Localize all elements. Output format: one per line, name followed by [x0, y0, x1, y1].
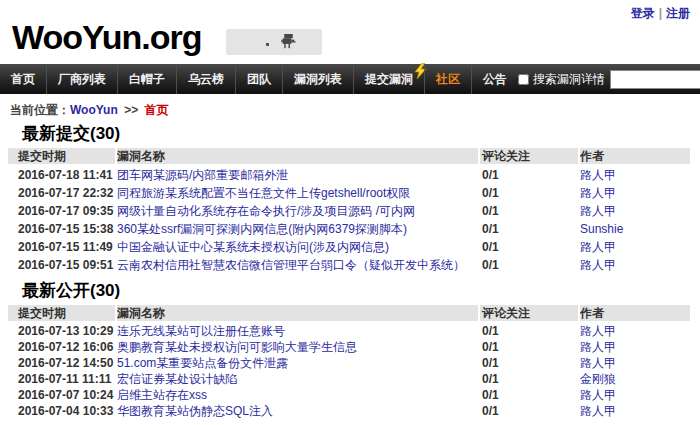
nav-item-label: 提交漏洞: [365, 71, 413, 88]
submit-date: 2016-07-17 09:35: [8, 204, 115, 218]
latest-public-table: 提交时期漏洞名称评论关注作者 2016-07-13 10:29连乐无线某站可以注…: [8, 305, 692, 422]
author-link[interactable]: 路人甲: [580, 355, 690, 372]
comment-follow-count: 0/1: [480, 204, 578, 218]
auth-links: 登录|注册: [631, 5, 690, 22]
submit-date: 2016-07-12 14:50: [8, 356, 115, 370]
table-row: 2016-07-12 14:5051.com某重要站点备份文件泄露0/1路人甲: [8, 355, 692, 371]
site-logo[interactable]: WooYun.org: [12, 18, 202, 57]
nav-item-vendor-list[interactable]: 厂商列表: [46, 64, 117, 94]
nav-item-vuln-list[interactable]: 漏洞列表: [282, 64, 353, 94]
vuln-title-link[interactable]: 华图教育某站伪静态SQL注入: [117, 403, 478, 420]
latest-public-section: 最新公开(30) 提交时期漏洞名称评论关注作者 2016-07-13 10:29…: [8, 277, 692, 422]
search-input[interactable]: [610, 70, 700, 89]
nav-item-announcements[interactable]: 公告: [471, 64, 518, 94]
submit-date: 2016-07-15 09:51: [8, 258, 115, 272]
nav-item-wooyun-rank[interactable]: 乌云榜: [176, 64, 235, 94]
login-link[interactable]: 登录: [631, 6, 655, 20]
author-link[interactable]: 路人甲: [580, 387, 690, 404]
submit-date: 2016-07-15 11:49: [8, 240, 115, 254]
breadcrumb-home-link[interactable]: 首页: [144, 103, 168, 117]
comment-follow-count: 0/1: [480, 186, 578, 200]
table-row: 2016-07-18 11:41团车网某源码/内部重要邮箱外泄0/1路人甲: [8, 166, 692, 184]
submit-date: 2016-07-15 15:38: [8, 222, 115, 236]
author-link[interactable]: 路人甲: [580, 403, 690, 420]
nav-item-teams[interactable]: 团队: [235, 64, 282, 94]
table-row: 2016-07-15 11:49中国金融认证中心某系统未授权访问(涉及内网信息)…: [8, 238, 692, 256]
vuln-title-link[interactable]: 连乐无线某站可以注册任意账号: [117, 323, 478, 340]
search-checkbox-label: 搜索漏洞详情: [533, 71, 605, 88]
dino-icon: [280, 34, 297, 51]
author-link[interactable]: 路人甲: [580, 257, 690, 274]
site-header: 登录|注册 WooYun.org: [0, 0, 700, 64]
submit-date: 2016-07-12 16:06: [8, 340, 115, 354]
submit-date: 2016-07-18 11:41: [8, 168, 115, 182]
nav-item-community[interactable]: 社区: [424, 64, 471, 94]
table-row: 2016-07-13 10:29连乐无线某站可以注册任意账号0/1路人甲: [8, 323, 692, 339]
author-link[interactable]: Sunshie: [580, 222, 690, 236]
comment-follow-count: 0/1: [480, 258, 578, 272]
wooyun-homepage: 登录|注册 WooYun.org 首页 厂商列表 白帽子 乌云榜 团队: [0, 0, 700, 425]
submit-date: 2016-07-13 10:29: [8, 324, 115, 338]
submit-date: 2016-07-17 22:32: [8, 186, 115, 200]
auth-divider: |: [659, 6, 662, 20]
vuln-title-link[interactable]: 同程旅游某系统配置不当任意文件上传getshell/root权限: [117, 185, 478, 202]
vuln-title-link[interactable]: 启维主站存在xss: [117, 387, 478, 404]
broken-image-placeholder: [226, 29, 322, 55]
breadcrumb: 当前位置：WooYun >> 首页: [0, 94, 700, 120]
section-title: 最新公开(30): [8, 277, 692, 305]
table-row: 2016-07-17 22:32同程旅游某系统配置不当任意文件上传getshel…: [8, 184, 692, 202]
table-row: 2016-07-15 09:51云南农村信用社智慧农信微信管理平台弱口令（疑似开…: [8, 256, 692, 274]
author-link[interactable]: 路人甲: [580, 185, 690, 202]
latest-submissions-section: 最新提交(30) 提交时期漏洞名称评论关注作者 2016-07-18 11:41…: [8, 120, 692, 277]
latest-submissions-table: 提交时期漏洞名称评论关注作者 2016-07-18 11:41团车网某源码/内部…: [8, 148, 692, 277]
submit-date: 2016-07-11 11:11: [8, 372, 115, 386]
comment-follow-count: 0/1: [480, 240, 578, 254]
search-scope-checkbox[interactable]: [518, 74, 529, 85]
breadcrumb-wooyun-link[interactable]: WooYun: [70, 103, 118, 117]
vuln-title-link[interactable]: 团车网某源码/内部重要邮箱外泄: [117, 167, 478, 184]
table-row: 2016-07-04 10:33华图教育某站伪静态SQL注入0/1路人甲: [8, 403, 692, 419]
comment-follow-count: 0/1: [480, 404, 578, 418]
column-header: 漏洞名称: [117, 148, 478, 164]
vuln-title-link[interactable]: 51.com某重要站点备份文件泄露: [117, 355, 478, 372]
vuln-title-link[interactable]: 网级计量自动化系统存在命令执行/涉及项目源码 /可内网: [117, 203, 478, 220]
comment-follow-count: 0/1: [480, 222, 578, 236]
vuln-title-link[interactable]: 360某处ssrf漏洞可探测内网信息(附内网6379探测脚本): [117, 221, 478, 238]
author-link[interactable]: 路人甲: [580, 323, 690, 340]
column-header: 漏洞名称: [117, 305, 478, 321]
author-link[interactable]: 金刚狼: [580, 371, 690, 388]
submit-date: 2016-07-04 10:33: [8, 404, 115, 418]
comment-follow-count: 0/1: [480, 168, 578, 182]
author-link[interactable]: 路人甲: [580, 167, 690, 184]
comment-follow-count: 0/1: [480, 356, 578, 370]
table-row: 2016-07-07 10:24启维主站存在xss0/1路人甲: [8, 387, 692, 403]
vuln-title-link[interactable]: 云南农村信用社智慧农信微信管理平台弱口令（疑似开发中系统）: [117, 257, 478, 274]
main-content: 最新提交(30) 提交时期漏洞名称评论关注作者 2016-07-18 11:41…: [0, 120, 700, 425]
nav-item-white-hats[interactable]: 白帽子: [117, 64, 176, 94]
column-header: 评论关注: [480, 148, 578, 164]
column-header: 提交时期: [8, 305, 115, 321]
table-body: 2016-07-18 11:41团车网某源码/内部重要邮箱外泄0/1路人甲201…: [8, 164, 692, 277]
comment-follow-count: 0/1: [480, 372, 578, 386]
table-row: 2016-07-17 09:35网级计量自动化系统存在命令执行/涉及项目源码 /…: [8, 202, 692, 220]
comment-follow-count: 0/1: [480, 388, 578, 402]
comment-follow-count: 0/1: [480, 340, 578, 354]
submit-date: 2016-07-07 10:24: [8, 388, 115, 402]
table-header-row: 提交时期漏洞名称评论关注作者: [8, 305, 692, 321]
vuln-title-link[interactable]: 宏信证券某处设计缺陷: [117, 371, 478, 388]
vuln-title-link[interactable]: 中国金融认证中心某系统未授权访问(涉及内网信息): [117, 239, 478, 256]
breadcrumb-prefix: 当前位置：: [10, 103, 70, 117]
nav-item-home[interactable]: 首页: [0, 64, 46, 94]
breadcrumb-separator: >>: [124, 103, 138, 117]
author-link[interactable]: 路人甲: [580, 239, 690, 256]
nav-item-submit-vuln[interactable]: 提交漏洞: [353, 64, 424, 94]
comment-follow-count: 0/1: [480, 324, 578, 338]
placeholder-dot: [266, 43, 269, 46]
author-link[interactable]: 路人甲: [580, 339, 690, 356]
vuln-title-link[interactable]: 奥鹏教育某处未授权访问可影响大量学生信息: [117, 339, 478, 356]
column-header: 作者: [580, 148, 690, 164]
register-link[interactable]: 注册: [666, 6, 690, 20]
column-header: 作者: [580, 305, 690, 321]
column-header: 评论关注: [480, 305, 578, 321]
author-link[interactable]: 路人甲: [580, 203, 690, 220]
